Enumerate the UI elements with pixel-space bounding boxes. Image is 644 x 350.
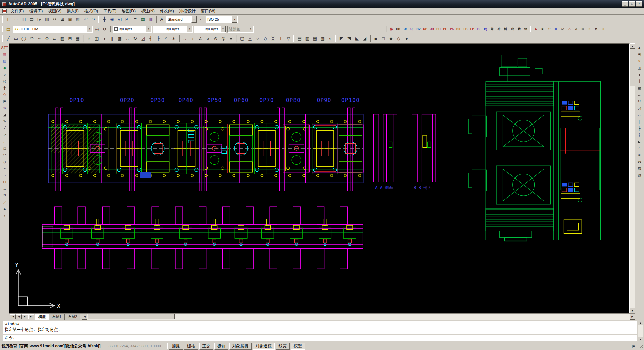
scroll-down-icon[interactable]: ▼ (630, 308, 635, 313)
die-tool-icon[interactable]: CV (415, 26, 422, 33)
minimize-button-icon[interactable]: ▁ (622, 1, 628, 7)
die-tool-icon[interactable]: PE (442, 26, 448, 33)
text-style-icon[interactable]: A (158, 16, 165, 23)
toolbar-grip[interactable] (98, 16, 99, 23)
donut-tool-icon[interactable]: ◎ (1, 78, 8, 84)
circle-tool-icon[interactable]: ○ (1, 71, 8, 78)
toggle-极轴[interactable]: 极轴 (214, 343, 228, 350)
drawing-canvas[interactable]: Y X OP10OP20OP30OP40OP50OP60OP70OP80OP90… (9, 43, 630, 313)
snap-perpendicular-icon[interactable]: ⊥ (277, 35, 284, 42)
layer-combo[interactable]: ●◐▪■ DIE_OM ▼ (13, 26, 93, 33)
toggle-线宽[interactable]: 线宽 (276, 343, 290, 350)
publish-icon[interactable]: ▥ (43, 16, 51, 23)
scale-tool-icon[interactable]: ◿ (636, 105, 643, 111)
chamfer-tool-icon[interactable]: ◣ (636, 138, 643, 145)
solid-tool-icon[interactable]: ▣ (636, 51, 643, 57)
toolbar-grip[interactable] (179, 35, 180, 42)
menu-item[interactable]: 工具(T) (101, 8, 119, 15)
join-tool-icon[interactable]: ⋈ (636, 159, 643, 165)
die-tool-icon[interactable]: LB (462, 26, 469, 33)
scale-icon[interactable]: ◿ (139, 35, 147, 42)
menu-item[interactable]: 插入(I) (64, 8, 81, 15)
toolbar-lock-icon[interactable]: ▣ (631, 343, 637, 349)
die-tool-icon[interactable]: U¦ (409, 26, 415, 33)
rectangle-icon[interactable]: ▭ (12, 35, 20, 42)
vertical-scroll-track[interactable] (630, 86, 635, 308)
spline-icon[interactable]: ~ (36, 35, 43, 42)
layer-on-icon[interactable]: ● (14, 27, 16, 31)
menu-item[interactable]: 文件(F) (8, 8, 26, 15)
die-tool-icon[interactable]: ◘ (593, 26, 599, 33)
snap-center-icon[interactable]: ○ (254, 35, 261, 42)
pencil-tool-icon[interactable]: ✎ (1, 118, 8, 125)
die-tool-icon[interactable]: UB (429, 26, 435, 33)
die-tool-icon[interactable]: 剪 (489, 26, 495, 33)
snap-node-icon[interactable]: ◇ (262, 35, 269, 42)
die-tool-icon[interactable]: 成 (509, 26, 516, 33)
dim-vertical-icon[interactable]: ↕ (189, 35, 196, 42)
circle2-tool-icon[interactable]: ○ (1, 172, 8, 178)
die-tool-icon[interactable]: DIE (455, 26, 462, 33)
copy-tool-icon[interactable]: ◫ (636, 64, 643, 71)
toolbar-grip[interactable] (2, 35, 3, 42)
scroll-up-icon[interactable]: ▲ (630, 43, 635, 49)
layer-previous-icon[interactable]: ↺ (101, 25, 108, 33)
offset-icon[interactable]: ∥ (108, 35, 116, 42)
zoom-window-icon[interactable]: ◱ (116, 16, 123, 23)
die-tool-icon[interactable]: P5 (449, 26, 455, 33)
arrow-tool-icon[interactable]: ↗ (1, 132, 8, 138)
rect-tool-icon[interactable]: □ (1, 145, 8, 151)
toolbar-grip[interactable] (2, 16, 3, 23)
prev-tab-icon[interactable]: ◀ (16, 314, 22, 319)
horizontal-scroll-track[interactable] (175, 314, 630, 320)
snap-endpoint-icon[interactable]: ▢ (238, 35, 246, 42)
rotate-tool-icon[interactable]: ↻ (1, 192, 8, 199)
close-button-icon[interactable]: × (636, 1, 642, 7)
view-3d-icon[interactable]: ▦ (311, 35, 319, 42)
wireframe-icon[interactable]: ▧ (319, 35, 326, 42)
lineweight-combo[interactable]: ByLayer ▼ (194, 26, 226, 33)
mirror-icon[interactable]: ◑ (101, 35, 108, 42)
copy-object-icon[interactable]: ◫ (93, 35, 100, 42)
die-tool-icon[interactable]: 料 (502, 26, 509, 33)
mirror-tool-icon[interactable]: ◑ (636, 71, 643, 78)
drawing-file-icon[interactable] (2, 9, 7, 13)
zoom-previous-icon[interactable]: ◰ (124, 16, 131, 23)
circle-icon[interactable]: ◯ (20, 35, 28, 42)
up-tool-icon[interactable]: ▲ (636, 44, 643, 51)
next-tab-icon[interactable]: ▶ (22, 314, 28, 319)
offset-tool-icon[interactable]: ∥ (636, 78, 643, 84)
save-icon[interactable]: ◫ (20, 16, 28, 23)
dim-tool-icon[interactable]: ↕ (1, 212, 8, 219)
fillet-icon[interactable]: ◜ (162, 35, 170, 42)
die-tool-icon[interactable]: × (586, 26, 593, 33)
diamond-tool-icon[interactable]: ◇ (1, 91, 8, 98)
die-tool-icon[interactable]: ◇ (566, 26, 573, 33)
command-window-grip[interactable] (1, 321, 2, 341)
corner-tool-icon[interactable]: ⌐ (1, 138, 8, 145)
blue-palette-icon[interactable]: ▤ (1, 58, 8, 64)
combo-arrow-icon[interactable]: ▼ (87, 26, 92, 32)
hide-icon[interactable]: ◐ (327, 35, 334, 42)
die-tool-icon[interactable]: 裁 (516, 26, 522, 33)
erase-icon[interactable]: × (85, 35, 93, 42)
menu-item[interactable]: 编辑(E) (26, 8, 45, 15)
dim-diameter-icon[interactable]: ⌀ (204, 35, 212, 42)
wave-tool-icon[interactable]: ~ (1, 165, 8, 172)
region-tool-icon[interactable]: ⊡ (1, 179, 8, 185)
toggle-捕捉[interactable]: 捕捉 (169, 343, 183, 350)
toolbar-grip[interactable] (156, 16, 157, 23)
line-tool-icon[interactable]: ╱ (1, 125, 8, 131)
command-scrollbar[interactable]: ▲ ▼ (638, 321, 643, 341)
command-input[interactable]: 命令: (3, 335, 637, 341)
dim-linear-icon[interactable]: ↔ (181, 35, 189, 42)
die-tool-icon[interactable]: ▨ (580, 26, 586, 33)
triangle-tool-icon[interactable]: ◢ (1, 112, 8, 118)
die-tool-icon[interactable]: B! (476, 26, 482, 33)
toolbar-grip[interactable] (110, 26, 111, 32)
properties-icon[interactable]: ≡ (131, 16, 139, 23)
scroll-right-icon[interactable]: ▶ (630, 314, 635, 320)
plotstyle-combo[interactable]: 随颜色 ▼ (227, 26, 254, 33)
hatch-icon[interactable]: ▨ (59, 35, 66, 42)
die-tool-icon[interactable]: ◎ (559, 26, 566, 33)
